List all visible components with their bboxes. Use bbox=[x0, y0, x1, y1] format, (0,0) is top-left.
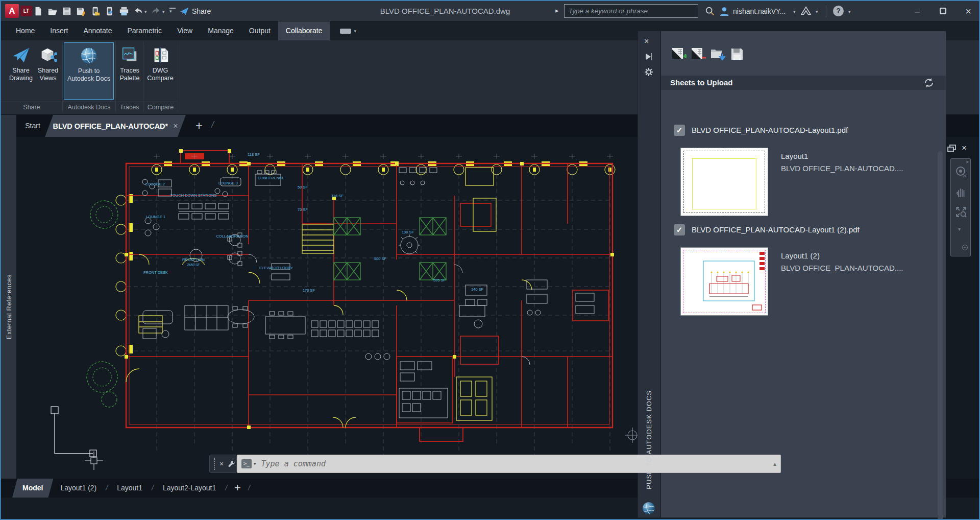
ribbon-display-toggle[interactable]: ▾ bbox=[340, 21, 356, 40]
autocad-window: A LT ▾ ▾ ▾ Share BLVD OFFICE_PLAN-A bbox=[0, 0, 980, 520]
shared-views-button[interactable]: SharedViews bbox=[35, 42, 61, 82]
panel-group-compare[interactable]: Compare bbox=[143, 101, 178, 112]
command-dropdown-icon[interactable]: ▾ bbox=[254, 461, 256, 466]
share-button-label[interactable]: Share bbox=[192, 7, 211, 15]
autodesk-dropdown[interactable]: ▾ bbox=[816, 9, 818, 14]
command-wrench-icon[interactable] bbox=[228, 460, 236, 468]
svg-text:595 SF: 595 SF bbox=[433, 278, 446, 282]
navbar-close-icon[interactable]: × bbox=[966, 159, 969, 165]
crosshair-cursor bbox=[85, 452, 103, 470]
remove-sheets-button[interactable] bbox=[691, 46, 706, 62]
navbar-more-dropdown[interactable]: ▾ bbox=[958, 226, 961, 232]
tab-insert[interactable]: Insert bbox=[42, 21, 76, 40]
command-input[interactable] bbox=[260, 459, 773, 469]
user-name[interactable]: nishant.naikVY... bbox=[733, 7, 786, 15]
save-button[interactable] bbox=[61, 6, 72, 17]
minimize-button[interactable]: – bbox=[909, 4, 926, 18]
help-button[interactable]: ? bbox=[833, 6, 844, 16]
qat-customize-button[interactable]: ▾ bbox=[169, 8, 177, 13]
palette-globe-icon[interactable] bbox=[641, 501, 656, 516]
open-file-button[interactable] bbox=[47, 6, 58, 17]
sheet-filename[interactable]: BLVD OFFICE_PLAN-AUTOCAD-Layout1 (2).pdf bbox=[692, 225, 860, 234]
search-expand-chevron[interactable]: ▸ bbox=[555, 7, 559, 14]
new-drawing-tab-button[interactable]: + bbox=[192, 119, 206, 133]
undo-dropdown[interactable]: ▾ bbox=[144, 9, 147, 14]
sheet-checkbox[interactable]: ✓ bbox=[674, 125, 685, 136]
sheet-filename[interactable]: BLVD OFFICE_PLAN-AUTOCAD-Layout1.pdf bbox=[692, 126, 848, 134]
undo-button[interactable] bbox=[133, 6, 144, 17]
document-close-button[interactable]: × bbox=[962, 143, 967, 153]
user-dropdown[interactable]: ▾ bbox=[793, 9, 796, 14]
open-from-web-mobile-button[interactable] bbox=[90, 6, 101, 17]
refresh-icon[interactable] bbox=[923, 77, 935, 88]
navbar-customize-icon[interactable]: – bbox=[962, 245, 968, 250]
user-avatar[interactable] bbox=[719, 6, 730, 17]
document-restore-button[interactable] bbox=[947, 145, 957, 155]
palette-properties-gear-icon[interactable] bbox=[644, 67, 653, 77]
palette-scrollbar[interactable] bbox=[938, 151, 943, 520]
save-as-icon bbox=[76, 6, 86, 16]
svg-text:170 SF: 170 SF bbox=[303, 288, 315, 293]
palette-autohide-pin-icon[interactable] bbox=[644, 52, 653, 61]
floor-plan-drawing: 118 SF LOUNGE 2 LOUNGE 3 CONFERENCE 50 S… bbox=[16, 137, 638, 499]
command-grip[interactable] bbox=[214, 458, 215, 470]
close-button[interactable]: × bbox=[960, 4, 977, 18]
svg-text:FRONT DESK: FRONT DESK bbox=[143, 270, 168, 275]
add-sheets-button[interactable] bbox=[671, 46, 687, 62]
tab-manage[interactable]: Manage bbox=[200, 21, 241, 40]
redo-dropdown[interactable]: ▾ bbox=[162, 9, 165, 14]
push-to-autodesk-docs-button[interactable]: Push toAutodesk Docs bbox=[64, 42, 114, 100]
sheet-thumbnail[interactable] bbox=[680, 148, 768, 216]
sheet-checkbox[interactable]: ✓ bbox=[674, 224, 685, 235]
tab-annotate[interactable]: Annotate bbox=[76, 21, 119, 40]
svg-text:140 SF: 140 SF bbox=[471, 287, 484, 292]
open-folder-icon bbox=[47, 6, 58, 16]
file-tab-close-icon[interactable]: × bbox=[173, 122, 178, 131]
file-tab-active[interactable]: BLVD OFFICE_PLAN-AUTOCAD* × bbox=[45, 115, 186, 137]
save-to-web-mobile-button[interactable] bbox=[104, 6, 115, 17]
autodesk-app-button[interactable] bbox=[800, 5, 812, 16]
panel-group-share[interactable]: Share bbox=[1, 101, 62, 112]
command-expand-icon[interactable]: ▴ bbox=[773, 460, 776, 467]
redo-button[interactable] bbox=[151, 6, 162, 17]
push-to-autodesk-docs-palette: Sheets to Upload ✓ BLVD OFFICE_PLAN-AUTO… bbox=[660, 31, 946, 518]
zoom-extents-icon[interactable] bbox=[955, 206, 967, 218]
search-input[interactable] bbox=[564, 4, 698, 18]
command-line[interactable]: >_ ▾ ▴ bbox=[237, 455, 781, 473]
autocad-logo[interactable]: A bbox=[5, 4, 19, 18]
help-dropdown[interactable]: ▾ bbox=[848, 9, 851, 14]
command-close-icon[interactable]: × bbox=[219, 460, 224, 468]
pan-hand-icon[interactable] bbox=[955, 185, 967, 198]
palette-close-icon[interactable]: × bbox=[644, 37, 649, 46]
ucs-icon bbox=[51, 407, 96, 457]
panel-group-traces[interactable]: Traces bbox=[116, 101, 143, 112]
command-line-handle[interactable]: × bbox=[209, 455, 237, 473]
new-file-button[interactable] bbox=[33, 6, 44, 17]
save-sheet-list-button[interactable] bbox=[729, 46, 745, 62]
save-as-button[interactable] bbox=[76, 6, 87, 17]
load-sheet-list-button[interactable] bbox=[710, 46, 725, 62]
traces-palette-button[interactable]: TracesPalette bbox=[117, 42, 142, 82]
share-button[interactable] bbox=[179, 6, 190, 17]
plot-button[interactable] bbox=[118, 6, 130, 17]
maximize-button[interactable] bbox=[934, 4, 951, 18]
sheet-layout-name: Layout1 (2) bbox=[781, 251, 820, 260]
svg-text:LOUNGE 3: LOUNGE 3 bbox=[218, 181, 238, 185]
external-references-palette-tab[interactable]: External References bbox=[1, 115, 16, 499]
sheet-thumbnail[interactable] bbox=[680, 247, 768, 316]
tab-view[interactable]: View bbox=[169, 21, 200, 40]
palette-vertical-title[interactable]: PUSH TO AUTODESK DOCS bbox=[638, 386, 660, 494]
file-tab-start[interactable]: Start bbox=[19, 115, 46, 137]
tab-home[interactable]: Home bbox=[8, 21, 42, 40]
tab-parametric[interactable]: Parametric bbox=[119, 21, 169, 40]
dwg-compare-button[interactable]: DWGCompare bbox=[145, 42, 176, 82]
svg-text:2650 SF: 2650 SF bbox=[187, 263, 200, 267]
share-drawing-button[interactable]: ShareDrawing bbox=[6, 42, 36, 82]
tab-output[interactable]: Output bbox=[241, 21, 278, 40]
ribbon-toggle-icon bbox=[340, 29, 351, 34]
search-submit-button[interactable] bbox=[704, 6, 716, 17]
tab-collaborate[interactable]: Collaborate bbox=[278, 21, 330, 40]
panel-group-autodesk-docs[interactable]: Autodesk Docs bbox=[63, 101, 115, 112]
titlebar-separator bbox=[826, 5, 826, 17]
steering-wheel-2d-icon[interactable]: 2D bbox=[955, 166, 967, 178]
